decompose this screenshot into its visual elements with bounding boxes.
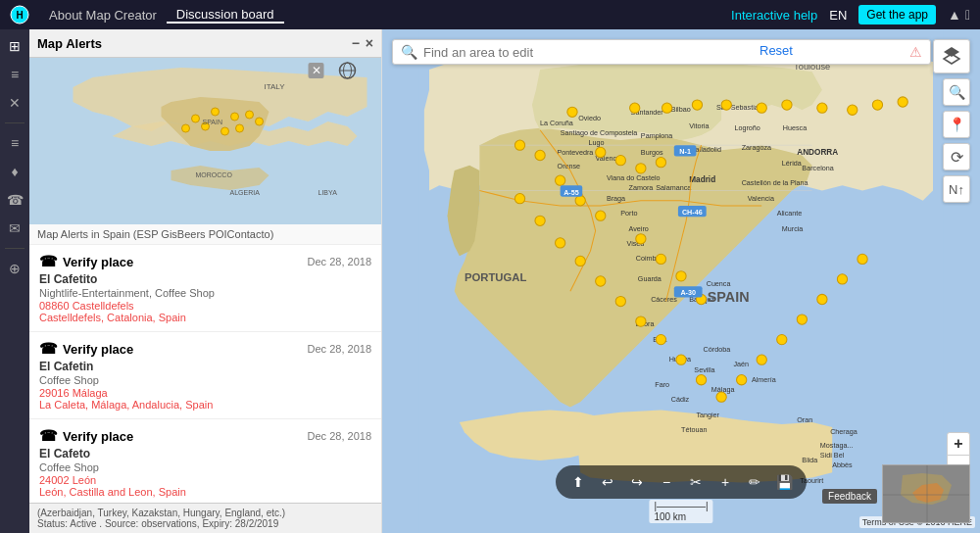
svg-text:Viana do Castelo: Viana do Castelo: [607, 173, 661, 182]
main-layout: ⊞ ≡ ✕ ≡ ♦ ☎ ✉ ⊕ Map Alerts − ×: [0, 29, 980, 533]
map-layers-button[interactable]: [933, 39, 970, 73]
svg-point-132: [757, 355, 766, 364]
svg-text:Aveiro: Aveiro: [629, 224, 649, 233]
upload-icon[interactable]: ⬆: [565, 469, 591, 495]
alert-name-1: El Cafetito: [39, 272, 371, 286]
map-route-tool[interactable]: ⟳: [943, 143, 970, 170]
svg-point-117: [656, 254, 665, 264]
sidebar-icon-add[interactable]: ⊕: [3, 257, 26, 280]
zoom-in-button[interactable]: +: [947, 432, 970, 456]
panel-close-icon[interactable]: ×: [366, 35, 373, 51]
sidebar-icon-layers[interactable]: ≡: [3, 63, 26, 86]
svg-point-136: [837, 274, 847, 284]
svg-point-125: [615, 296, 625, 306]
alert-type-label-1: Verify place: [63, 255, 133, 269]
svg-text:A-30: A-30: [680, 288, 696, 297]
map-search-input[interactable]: [423, 45, 904, 60]
alert-type-2: ☎ Verify place: [39, 340, 133, 358]
top-navigation: H About Map Creator Discussion board Int…: [0, 0, 980, 29]
map-compass-tool[interactable]: N↑: [943, 175, 970, 203]
svg-point-137: [858, 254, 867, 264]
svg-point-106: [898, 97, 907, 107]
svg-point-110: [656, 158, 665, 168]
get-app-button[interactable]: Get the app: [858, 5, 936, 24]
map-search-tool[interactable]: 🔍: [943, 78, 970, 106]
sidebar-icon-phone[interactable]: ☎: [3, 188, 26, 212]
panel-footer-status: Status: Active . Source: observations, E…: [37, 518, 373, 529]
android-icon[interactable]: ▲: [948, 7, 961, 23]
feedback-button[interactable]: Feedback: [822, 489, 877, 504]
panel-controls: − ×: [352, 35, 373, 51]
interactive-help-link[interactable]: Interactive help: [731, 8, 817, 23]
map-scale: |―――――| 100 km: [649, 500, 712, 523]
svg-text:Cuenca: Cuenca: [707, 279, 731, 288]
sidebar-divider-2: [5, 248, 24, 249]
svg-point-99: [692, 100, 702, 110]
alert-date-2: Dec 28, 2018: [308, 343, 371, 355]
svg-text:Vitoria: Vitoria: [689, 121, 709, 130]
svg-text:Zamora: Zamora: [629, 183, 654, 192]
alert-item-2[interactable]: ☎ Verify place Dec 28, 2018 El Cafetin C…: [29, 332, 381, 419]
edit-icon[interactable]: ✏: [742, 469, 767, 495]
svg-text:Valencia: Valencia: [748, 194, 774, 203]
svg-text:PORTUGAL: PORTUGAL: [465, 271, 526, 283]
mini-map-svg: ✕ ITALY SPAIN MOROCCO ALGERIA LIBYA: [29, 58, 381, 224]
sidebar-icon-map[interactable]: ⊞: [3, 34, 26, 58]
panel-minimize-icon[interactable]: −: [352, 35, 360, 51]
svg-point-9: [231, 113, 239, 121]
svg-point-101: [757, 103, 766, 113]
svg-point-120: [514, 194, 524, 204]
svg-text:LIBYA: LIBYA: [318, 189, 338, 196]
alert-type: ☎ Verify place: [39, 253, 133, 270]
svg-text:Castellón de la Plana: Castellón de la Plana: [742, 178, 808, 187]
apple-icon[interactable]: : [965, 7, 970, 23]
alert-type-3: ☎ Verify place: [39, 427, 133, 445]
svg-point-133: [777, 334, 787, 344]
svg-point-104: [848, 105, 858, 115]
alert-name-3: El Cafeto: [39, 447, 371, 460]
svg-point-114: [575, 196, 585, 206]
search-icon: 🔍: [401, 44, 417, 60]
alert-date-1: Dec 28, 2018: [308, 256, 371, 267]
language-selector[interactable]: EN: [829, 8, 847, 23]
svg-point-131: [737, 375, 747, 385]
svg-point-128: [676, 355, 686, 364]
svg-text:Guarda: Guarda: [638, 274, 662, 283]
warning-icon: ⚠: [909, 44, 922, 60]
svg-text:Bilbao: Bilbao: [671, 105, 691, 114]
svg-text:ALGERIA: ALGERIA: [230, 189, 261, 196]
plus-icon[interactable]: +: [712, 469, 738, 495]
undo-icon[interactable]: ↩: [595, 469, 620, 495]
alerts-list: ☎ Verify place Dec 28, 2018 El Cafetito …: [29, 245, 381, 503]
svg-point-96: [567, 107, 577, 117]
redo-icon[interactable]: ↪: [624, 469, 650, 495]
sidebar-icon-mail[interactable]: ✉: [3, 217, 26, 240]
scissors-icon[interactable]: ✂: [683, 469, 709, 495]
sidebar-icon-location[interactable]: ♦: [3, 160, 26, 183]
reset-button[interactable]: Reset: [760, 43, 793, 58]
panel-footer-countries: (Azerbaidjan, Turkey, Kazakstan, Hungary…: [37, 508, 373, 518]
svg-text:Jaén: Jaén: [733, 360, 749, 368]
alert-address-1: 08860 Castelldefels Castelldefels, Catal…: [39, 300, 371, 323]
panel-footer: (Azerbaidjan, Turkey, Kazakstan, Hungary…: [29, 503, 381, 533]
alert-category-2: Coffee Shop: [39, 374, 371, 386]
svg-text:Murcia: Murcia: [782, 224, 804, 233]
sidebar-icon-close[interactable]: ✕: [3, 91, 26, 115]
alert-icon-1: ☎: [39, 253, 58, 270]
nav-about[interactable]: About Map Creator: [39, 8, 167, 23]
svg-point-105: [872, 100, 882, 110]
map-location-tool[interactable]: 📍: [943, 111, 970, 138]
svg-text:H: H: [16, 10, 23, 21]
map-bottom-toolbar: ⬆ ↩ ↪ − ✂ + ✏ 💾: [556, 465, 807, 499]
minus-icon[interactable]: −: [654, 469, 679, 495]
svg-text:Huesca: Huesca: [783, 123, 807, 132]
svg-text:Oviedo: Oviedo: [578, 114, 601, 122]
nav-discussion[interactable]: Discussion board: [167, 7, 284, 24]
sidebar-icon-menu[interactable]: ≡: [3, 131, 26, 155]
alert-item-3[interactable]: ☎ Verify place Dec 28, 2018 El Cafeto Co…: [29, 419, 381, 503]
svg-text:SPAIN: SPAIN: [203, 119, 223, 125]
alert-type-label-2: Verify place: [63, 342, 133, 357]
app-logo: H: [10, 5, 29, 24]
alert-item-1[interactable]: ☎ Verify place Dec 28, 2018 El Cafetito …: [29, 245, 381, 332]
save-icon[interactable]: 💾: [771, 469, 797, 495]
